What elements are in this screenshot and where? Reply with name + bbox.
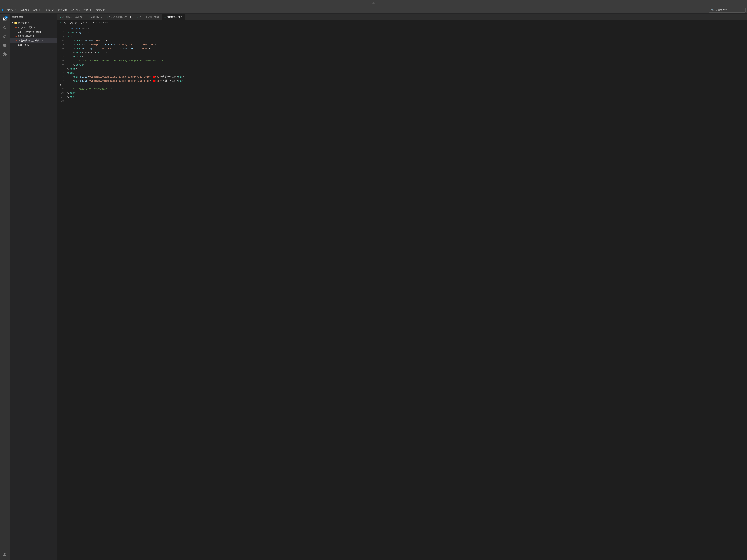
line-number-18: 18 [57,99,67,103]
breadcrumb-html[interactable]: html [93,22,98,24]
line-content-4: <meta charrset="UTF-8"> [67,39,747,43]
activity-bar: 1 [0,14,9,560]
breadcrumb-head[interactable]: head [103,22,108,24]
breadcrumb-file[interactable]: 内联样式与内部样式.html [62,21,88,24]
line-number-13: 13 [57,75,67,79]
line-number-10: 10 [57,63,67,67]
code-line-5: 5 <meta name="viewport" content="width, … [57,43,747,47]
line-number-16: 16 [57,91,67,95]
menu-help[interactable]: 帮助(H) [95,8,107,12]
line-content-5: <meta name="viewport" content="width, in… [67,43,747,47]
search-icon: 🔍 [711,8,714,11]
html-file-icon: ◇ [16,26,17,29]
line-number-17: 17 [57,95,67,99]
breadcrumb: ◇ 内联样式与内部样式.html › ◆ html › ◆ head [57,21,747,25]
breadcrumb-file-icon: ◇ [60,22,61,24]
tab-file-icon-4: ◇ [136,16,138,18]
line-number-15: 15 [57,87,67,91]
explorer-badge: 1 [5,16,8,19]
sidebar-menu-button[interactable]: ··· [49,16,55,19]
line-content-15: <!--<div>这是一个块</div>--> [67,87,747,91]
code-line-11: 11 </head> [57,67,747,71]
line-number-6: 6 [57,47,67,51]
file-item-02[interactable]: ◇ 02_标题与段落.html [9,30,57,34]
menu-select[interactable]: 选择(S) [31,8,43,12]
sidebar-title: 资源管理器 [12,16,23,19]
tab-label-3: 15_表格标签.html [109,16,129,19]
tab-label-4: 01_HTML语法.html [139,16,159,19]
nav-back-button[interactable]: ← [698,8,702,12]
code-line-18: 18 [57,99,747,103]
tab-file-icon-3: ◇ [107,16,108,18]
line-content-17: </html> [67,95,747,99]
activity-extensions[interactable] [1,50,9,58]
search-box[interactable]: 🔍 新建文件夹 [709,7,746,12]
menu-run[interactable]: 运行(R) [69,8,81,12]
line-content-14: <div style="width:100px;height:100px;bac… [67,79,747,83]
file-item-01[interactable]: ◇ 01_HTML语法.html [9,25,57,30]
line-number-8: 8 [57,55,67,59]
file-item-inline[interactable]: ◇ 内联样式与内部样式.html [9,38,57,43]
menu-view[interactable]: 查看(V) [44,8,56,12]
html-file-icon-5: ◇ [16,43,17,46]
line-number-1: 1 [57,27,67,31]
line-number-4: 4 [57,39,67,43]
nav-forward-button[interactable]: → [703,8,707,12]
file-name-01: 01_HTML语法.html [18,26,40,29]
tab-01[interactable]: ◇ 01_HTML语法.html [134,14,162,21]
tab-lzm[interactable]: ◇ lzm.html [86,14,104,21]
file-name-inline: 内联样式与内部样式.html [18,39,47,42]
activity-explorer[interactable]: 1 [1,15,9,23]
file-name-lzm: lzm.html [18,44,29,46]
breadcrumb-html-icon: ◆ [91,22,93,24]
tab-file-icon-1: ◇ [60,16,61,18]
menu-edit[interactable]: 编辑(E) [19,8,30,12]
folder-icon: 📁 [14,21,17,25]
tab-15[interactable]: ◇ 15_表格标签.html [104,14,134,21]
folder-name: 新建文件夹 [18,21,30,25]
line-number-11: 11 [57,67,67,71]
breadcrumb-sep-2: › [99,22,100,24]
activity-run-debug[interactable] [1,42,9,49]
menu-file[interactable]: 文件(F) [6,8,18,12]
activity-account[interactable] [1,551,9,559]
title-bar [0,0,747,7]
line-content-11: </head> [67,67,747,71]
main-layout: 1 资源管理器 [0,14,747,560]
tab-label-1: 02_标题与段落.html [62,16,84,19]
tab-02[interactable]: ◇ 02_标题与段落.html [57,14,86,21]
tab-modified-dot [130,16,131,18]
activity-source-control[interactable] [1,33,9,41]
menu-goto[interactable]: 转到(G) [57,8,69,12]
activity-search[interactable] [1,24,9,32]
line-content-1: <!DOCTYPE html> [67,27,747,31]
file-item-lzm[interactable]: ◇ lzm.html [9,43,57,47]
menu-bar-right: ← → 🔍 新建文件夹 [698,7,746,12]
code-editor[interactable]: 1 <!DOCTYPE html> 2 <html lang="en"> 3 <… [57,25,747,560]
tabs-bar: ◇ 02_标题与段落.html ◇ lzm.html ◇ 15_表格标签.htm… [57,14,747,21]
code-line-14: 14 <div style="width:100px;height:100px;… [57,79,747,83]
menu-terminal[interactable]: 终端(T) [82,8,94,12]
line-number-2: 2 [57,31,67,34]
code-line-3: 3 <head> [57,35,747,39]
tab-inline[interactable]: ◇ 内联样式与内部 [162,14,185,21]
file-item-15[interactable]: ◇ 15_表格标签.html [9,34,57,38]
line-content-8: <style> [67,55,747,59]
file-name-02: 02_标题与段落.html [18,30,41,33]
folder-label[interactable]: ▼ 📁 新建文件夹 [9,21,57,25]
tab-label-2: lzm.html [91,16,102,18]
html-file-icon-4: ◇ [16,39,17,42]
code-line-15: 15 <!--<div>这是一个块</div>--> [57,87,747,91]
menu-bar: ❖ 文件(F) 编辑(E) 选择(S) 查看(V) 转到(G) 运行(R) 终端… [0,7,747,14]
code-line-8: 8 <style> [57,55,747,59]
camera-indicator [372,2,375,4]
code-line-1: 1 <!DOCTYPE html> [57,27,747,31]
tab-label-5: 内联样式与内部 [166,16,182,19]
line-number-5: 5 [57,43,67,47]
code-line-4: 4 <meta charrset="UTF-8"> [57,39,747,43]
line-content-12: <body> [67,71,747,75]
sidebar: 资源管理器 ··· ▼ 📁 新建文件夹 ◇ 01_HTML语法.html ◇ 0… [9,14,57,560]
html-file-icon-2: ◇ [16,30,17,33]
breadcrumb-head-icon: ◆ [101,22,102,24]
code-line-12: 12 <body> [57,71,747,75]
